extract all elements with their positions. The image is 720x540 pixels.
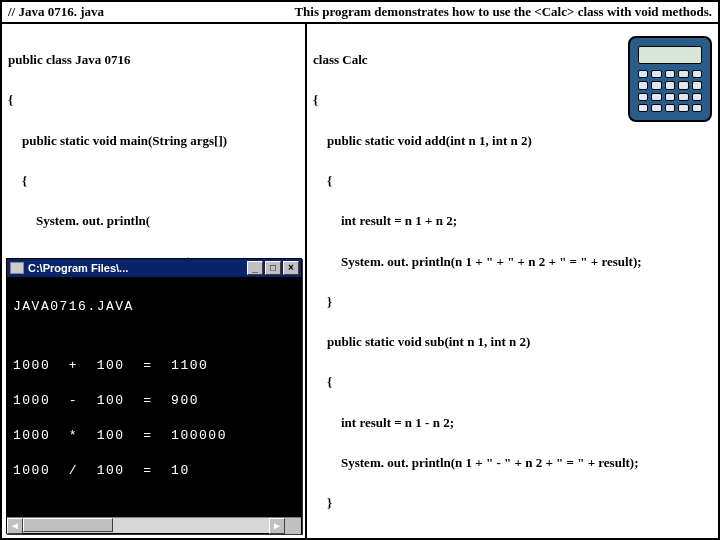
left-column: public class Java 0716 { public static v… — [2, 24, 307, 538]
console-titlebar: C:\Program Files\... _ □ × — [7, 259, 301, 277]
console-window: C:\Program Files\... _ □ × JAVA0716.JAVA… — [6, 258, 302, 534]
output-line: 1000 / 100 = 10 — [13, 462, 295, 480]
code-line: public static void main(String args[]) — [8, 131, 299, 151]
output-line: 1000 - 100 = 900 — [13, 392, 295, 410]
code-line: public static void add(int n 1, int n 2) — [313, 131, 712, 151]
output-line: 1000 + 100 = 1100 — [13, 357, 295, 375]
slide: // Java 0716. java This program demonstr… — [0, 0, 720, 540]
scroll-corner — [285, 518, 301, 534]
header-bar: // Java 0716. java This program demonstr… — [2, 2, 718, 24]
code-line: } — [313, 493, 712, 513]
columns: public class Java 0716 { public static v… — [2, 24, 718, 538]
output-line: 1000 * 100 = 100000 — [13, 427, 295, 445]
code-line: { — [8, 90, 299, 110]
scroll-thumb[interactable] — [23, 518, 113, 532]
calculator-icon — [612, 30, 712, 126]
code-line: System. out. println(n 1 + " + " + n 2 +… — [313, 252, 712, 272]
cmd-icon — [10, 262, 24, 274]
code-line: System. out. println(); — [8, 534, 299, 540]
code-line: { — [313, 372, 712, 392]
header-description: This program demonstrates how to use the… — [110, 2, 718, 22]
code-line: public static void mul(int n 1, int n 2) — [313, 534, 712, 540]
code-line: int result = n 1 + n 2; — [313, 211, 712, 231]
console-output: JAVA0716.JAVA 1000 + 100 = 1100 1000 - 1… — [7, 277, 301, 517]
code-line: System. out. println(n 1 + " - " + n 2 +… — [313, 453, 712, 473]
code-line: { — [8, 171, 299, 191]
minimize-button[interactable]: _ — [247, 261, 263, 275]
scroll-track[interactable] — [23, 518, 269, 533]
code-line: { — [313, 171, 712, 191]
maximize-button[interactable]: □ — [265, 261, 281, 275]
code-line: int result = n 1 - n 2; — [313, 413, 712, 433]
scroll-left-button[interactable]: ◄ — [7, 518, 23, 534]
code-line: } — [313, 292, 712, 312]
code-line: System. out. println( — [8, 211, 299, 231]
header-filename: // Java 0716. java — [2, 2, 110, 22]
code-line: public class Java 0716 — [8, 50, 299, 70]
window-buttons: _ □ × — [247, 261, 299, 275]
console-title: C:\Program Files\... — [28, 262, 247, 274]
code-line: public static void sub(int n 1, int n 2) — [313, 332, 712, 352]
output-line: JAVA0716.JAVA — [13, 298, 295, 316]
close-button[interactable]: × — [283, 261, 299, 275]
right-column: class Calc { public static void add(int … — [307, 24, 718, 538]
horizontal-scrollbar[interactable]: ◄ ► — [7, 517, 301, 533]
scroll-right-button[interactable]: ► — [269, 518, 285, 534]
